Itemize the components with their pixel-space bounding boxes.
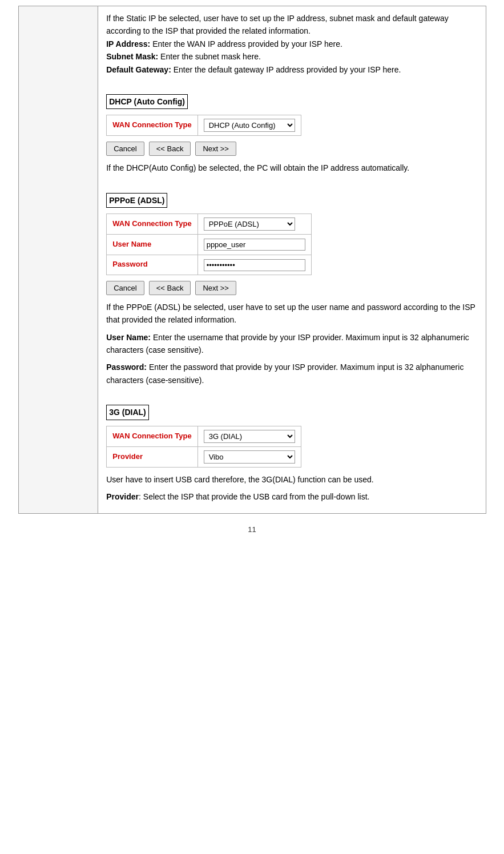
dhcp-next-button[interactable]: Next >> xyxy=(195,142,236,156)
dhcp-section: DHCP (Auto Config) WAN Connection Type D… xyxy=(106,86,477,175)
3gdial-heading: 3G (DIAL) xyxy=(106,405,149,420)
3gdial-provider-desc-label: Provider xyxy=(106,492,139,501)
intro-paragraph: If the Static IP be selected, user have … xyxy=(106,12,477,76)
3gdial-wan-select[interactable]: 3G (DIAL) xyxy=(204,430,295,443)
3gdial-provider-desc: Provider: Select the ISP that provide th… xyxy=(106,490,477,503)
pppoe-password-label: Password xyxy=(107,255,197,275)
pppoe-form-table: WAN Connection Type PPPoE (ADSL) User Na… xyxy=(106,213,311,275)
pppoe-username-field-cell xyxy=(197,235,311,255)
3gdial-provider-select[interactable]: Vibo xyxy=(204,450,295,464)
dhcp-wan-label: WAN Connection Type xyxy=(107,115,197,136)
pppoe-desc-username: User Name: Enter the username that provi… xyxy=(106,331,477,357)
pppoe-desc-password: Password: Enter the password that provid… xyxy=(106,361,477,386)
pppoe-cancel-button[interactable]: Cancel xyxy=(106,281,144,295)
pppoe-wan-field-cell: PPPoE (ADSL) xyxy=(197,214,311,235)
main-content-table: If the Static IP be selected, user have … xyxy=(18,6,486,514)
pppoe-username-desc-label: User Name: xyxy=(106,333,151,342)
pppoe-heading: PPPoE (ADSL) xyxy=(106,193,167,208)
pppoe-password-desc-label: Password: xyxy=(106,362,147,372)
gateway-text: Enter the default gateway IP address pro… xyxy=(171,65,381,74)
pppoe-desc1: If the PPPoE (ADSL) be selected, user ha… xyxy=(106,301,477,327)
dhcp-description: If the DHCP(Auto Config) be selected, th… xyxy=(106,162,477,174)
dhcp-form-table: WAN Connection Type DHCP (Auto Config) xyxy=(106,115,301,136)
pppoe-username-desc-text: Enter the username that provide by your … xyxy=(106,333,469,355)
ip-text: Enter the WAN IP address provided by you… xyxy=(150,39,342,49)
pppoe-password-input[interactable] xyxy=(204,259,305,271)
left-margin-cell xyxy=(18,6,98,514)
dhcp-wan-select[interactable]: DHCP (Auto Config) xyxy=(204,119,295,132)
pppoe-section: PPPoE (ADSL) WAN Connection Type PPPoE (… xyxy=(106,185,477,387)
subnet-text: Enter the subnet mask here. xyxy=(158,52,261,61)
dhcp-cancel-button[interactable]: Cancel xyxy=(106,142,144,156)
pppoe-back-button[interactable]: << Back xyxy=(149,281,191,295)
3gdial-provider-label: Provider xyxy=(107,446,197,467)
page-number: 11 xyxy=(248,525,256,534)
dhcp-heading: DHCP (Auto Config) xyxy=(106,94,188,109)
3gdial-wan-field-cell: 3G (DIAL) xyxy=(197,426,301,446)
pppoe-username-label: User Name xyxy=(107,235,197,255)
pppoe-password-desc-text: Enter the password that provide by your … xyxy=(106,362,463,384)
3gdial-section: 3G (DIAL) WAN Connection Type 3G (DIAL) xyxy=(106,397,477,503)
3gdial-provider-field-cell: Vibo xyxy=(197,446,301,467)
subnet-label: Subnet Mask: xyxy=(106,52,158,61)
3gdial-desc1: User have to insert USB card therefore, … xyxy=(106,473,477,486)
gateway-label: Default Gateway: xyxy=(106,65,171,74)
dhcp-button-row: Cancel << Back Next >> xyxy=(106,142,477,156)
pppoe-password-field-cell xyxy=(197,255,311,275)
3gdial-wan-label: WAN Connection Type xyxy=(107,426,197,446)
pppoe-next-button[interactable]: Next >> xyxy=(195,281,236,295)
3gdial-provider-desc-text: : Select the ISP that provide the USB ca… xyxy=(139,492,369,501)
3gdial-form-table: WAN Connection Type 3G (DIAL) Provider xyxy=(106,426,301,468)
content-cell: If the Static IP be selected, user have … xyxy=(98,6,486,514)
pppoe-button-row: Cancel << Back Next >> xyxy=(106,281,477,295)
dhcp-back-button[interactable]: << Back xyxy=(149,142,191,156)
pppoe-wan-select[interactable]: PPPoE (ADSL) xyxy=(204,217,295,231)
dhcp-wan-field-cell: DHCP (Auto Config) xyxy=(197,115,301,136)
pppoe-username-input[interactable] xyxy=(204,239,305,251)
ip-label: IP Address: xyxy=(106,39,150,49)
pppoe-wan-label: WAN Connection Type xyxy=(107,214,197,235)
